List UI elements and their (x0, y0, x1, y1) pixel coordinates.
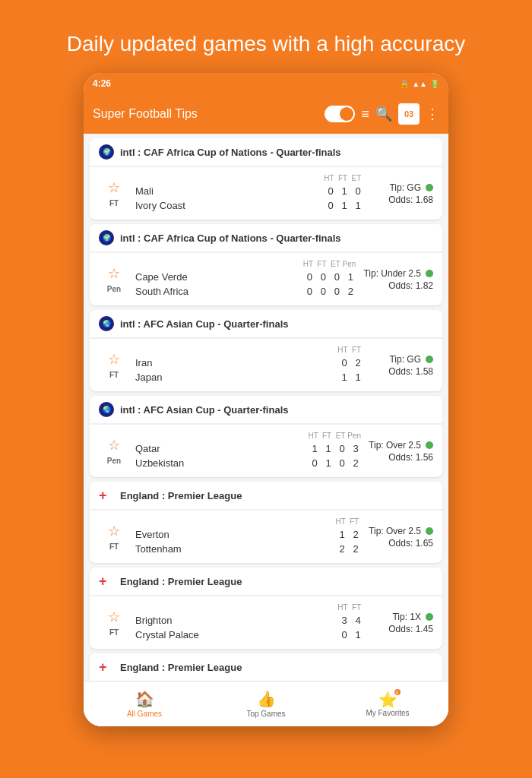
england-cross-icon-6 (99, 574, 114, 589)
filter-icon[interactable]: ≡ (361, 106, 369, 122)
nav-label-top-games: Top Games (246, 710, 285, 718)
app-bar-actions: ≡ 🔍 03 ⋮ (325, 103, 439, 125)
nav-item-top-games[interactable]: 👍 Top Games (205, 685, 327, 723)
battery-icon: 🔋 (430, 80, 439, 88)
content-area[interactable]: 🌍 intl : CAF Africa Cup of Nations - Qua… (84, 134, 448, 726)
england-cross-icon-5 (99, 488, 114, 503)
star-icon-5[interactable]: ☆ (108, 523, 120, 539)
league-icon-intl-2: 🌍 (99, 230, 114, 245)
phone-container: 4:26 🔒 ▲▲ 🔋 Super Football Tips ≡ 🔍 03 ⋮ (84, 73, 448, 726)
page-background: Daily updated games with a high accuracy… (0, 0, 532, 726)
bottom-nav: 🏠 All Games 👍 Top Games ⭐ 0 My Favorites (84, 681, 448, 726)
status-time: 4:26 (93, 78, 111, 89)
search-icon[interactable]: 🔍 (375, 106, 392, 122)
star-icon-4[interactable]: ☆ (108, 437, 120, 454)
calendar-button[interactable]: 03 (398, 103, 420, 125)
nav-item-all-games[interactable]: 🏠 All Games (84, 685, 205, 723)
status-bar: 4:26 🔒 ▲▲ 🔋 (84, 73, 448, 94)
star-icon-6[interactable]: ☆ (108, 609, 120, 625)
match-group-1: 🌍 intl : CAF Africa Cup of Nations - Qua… (90, 138, 442, 220)
match-tip-1: Tip: GG Odds: 1.68 (365, 173, 433, 213)
match-group-4: 🌏 intl : AFC Asian Cup - Quarter-finals … (90, 396, 442, 477)
league-icon-intl-1: 🌍 (99, 144, 114, 160)
app-bar: Super Football Tips ≡ 🔍 03 ⋮ (84, 94, 448, 134)
nav-label-all-games: All Games (127, 710, 162, 718)
match-left-1: ☆ FT (99, 173, 129, 213)
status-icons: 🔒 ▲▲ 🔋 (400, 80, 439, 88)
match-status-1: FT (109, 199, 119, 207)
lock-icon: 🔒 (400, 80, 409, 88)
toggle-button[interactable] (325, 106, 355, 122)
match-group-2: 🌍 intl : CAF Africa Cup of Nations - Qua… (90, 224, 442, 305)
thumbs-up-icon: 👍 (257, 690, 276, 708)
league-name-2: intl : CAF Africa Cup of Nations - Quart… (120, 232, 341, 244)
match-group-3: 🌏 intl : AFC Asian Cup - Quarter-finals … (90, 310, 442, 391)
england-cross-icon-7 (99, 659, 114, 675)
match-teams-1: HT FT ET Mali 0 1 0 Ivory Coast 0 (135, 173, 365, 213)
league-header-2: 🌍 intl : CAF Africa Cup of Nations - Qua… (90, 224, 442, 252)
toggle-knob (340, 107, 353, 121)
league-name-1: intl : CAF Africa Cup of Nations - Quart… (120, 147, 341, 158)
more-icon[interactable]: ⋮ (426, 106, 439, 122)
star-icon-2[interactable]: ☆ (108, 265, 120, 282)
match-group-6: England : Premier League ☆ FT HT FT Brig… (90, 568, 442, 649)
match-row-2: ☆ Pen HT FT ET Pen Cape Verde 0 (90, 252, 442, 305)
match-group-5: England : Premier League ☆ FT HT FT Ever… (90, 482, 442, 563)
page-title-text: Daily updated games with a high accuracy (0, 0, 532, 73)
match-row-1: ☆ FT HT FT ET Mali 0 1 0 (90, 166, 442, 220)
home-icon: 🏠 (135, 690, 154, 708)
star-icon-1[interactable]: ☆ (108, 179, 120, 196)
nav-label-my-favorites: My Favorites (366, 709, 409, 717)
star-icon-3[interactable]: ☆ (108, 351, 120, 368)
nav-item-my-favorites[interactable]: ⭐ 0 My Favorites (327, 686, 448, 722)
league-header-1: 🌍 intl : CAF Africa Cup of Nations - Qua… (90, 138, 442, 166)
star-nav-icon: ⭐ (378, 691, 397, 708)
app-title: Super Football Tips (93, 107, 325, 121)
wifi-icon: ▲▲ (412, 80, 427, 88)
